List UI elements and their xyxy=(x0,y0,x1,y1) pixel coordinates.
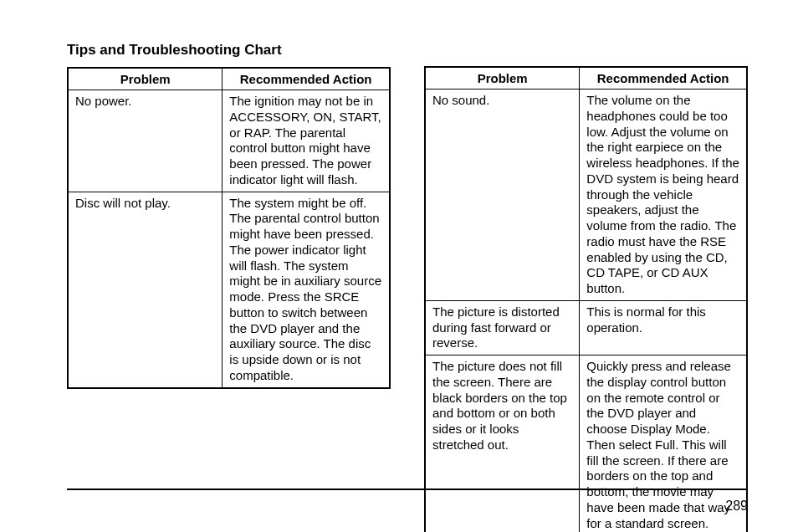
page-content: Tips and Troubleshooting Chart Problem R… xyxy=(0,0,798,532)
cell-problem: No sound. xyxy=(425,90,580,301)
header-action: Recommended Action xyxy=(580,67,747,90)
table-row: No sound. The volume on the headphones c… xyxy=(425,90,747,301)
table-row: The picture is distorted during fast for… xyxy=(425,300,747,355)
cell-action: This is normal for this operation. xyxy=(580,300,747,355)
table-row: No power. The ignition may not be in ACC… xyxy=(68,90,390,192)
table-row: Disc will not play. The system might be … xyxy=(68,192,390,388)
cell-action: The volume on the headphones could be to… xyxy=(580,90,747,301)
right-column: Problem Recommended Action No sound. The… xyxy=(424,42,748,532)
header-action: Recommended Action xyxy=(223,68,390,90)
cell-problem: No power. xyxy=(68,90,223,192)
left-column: Tips and Troubleshooting Chart Problem R… xyxy=(67,42,391,532)
header-problem: Problem xyxy=(68,68,223,90)
cell-action: Quickly press and release the display co… xyxy=(580,356,747,533)
cell-problem: The picture is distorted during fast for… xyxy=(425,300,580,355)
cell-action: The system might be off. The parental co… xyxy=(223,192,390,388)
troubleshooting-table-right: Problem Recommended Action No sound. The… xyxy=(424,66,748,532)
page-number: 289 xyxy=(725,499,748,514)
spacer xyxy=(424,42,748,66)
troubleshooting-table-left: Problem Recommended Action No power. The… xyxy=(67,67,391,389)
footer-divider xyxy=(67,489,748,491)
cell-problem: Disc will not play. xyxy=(68,192,223,388)
header-problem: Problem xyxy=(425,67,580,90)
cell-action: The ignition may not be in ACCESSORY, ON… xyxy=(223,90,390,192)
table-row: The picture does not fill the screen. Th… xyxy=(425,356,747,533)
chart-title: Tips and Troubleshooting Chart xyxy=(67,42,391,59)
cell-problem: The picture does not fill the screen. Th… xyxy=(425,356,580,533)
